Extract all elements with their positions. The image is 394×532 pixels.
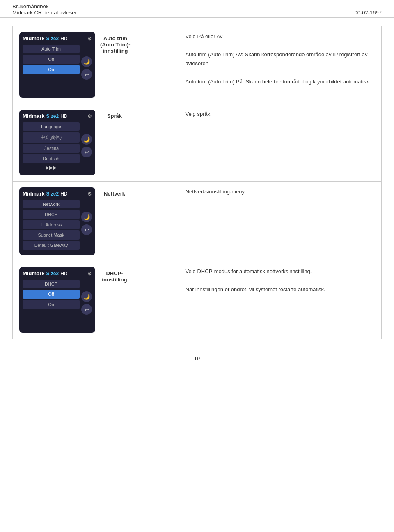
desc-cell-network: Nettverksinnstilling-meny [179, 182, 381, 261]
device-menu-title-language: Language [23, 122, 80, 131]
device-header-language: MidmarkSize2HD⚙ [23, 113, 92, 119]
device-settings-icon: ⚙ [87, 271, 92, 276]
device-screen-language: MidmarkSize2HD⚙Language中文(简体)ČeštinaDeut… [19, 110, 95, 175]
device-screen-dhcp: MidmarkSize2HD⚙DHCPOffOn🌙↩ [19, 267, 95, 333]
device-header-auto-trim: MidmarkSize2HD⚙ [23, 35, 92, 41]
device-menu-item[interactable]: IP Address [23, 220, 80, 229]
device-size: Size2 [46, 271, 59, 276]
page-number: 19 [194, 355, 200, 362]
device-hd: HD [60, 271, 67, 276]
device-header-dhcp: MidmarkSize2HD⚙ [23, 270, 92, 276]
screen-wrapper-dhcp: MidmarkSize2HD⚙DHCPOffOn🌙↩DHCP- innstill… [19, 267, 172, 333]
screen-cell-language: MidmarkSize2HD⚙Language中文(简体)ČeštinaDeut… [13, 104, 179, 182]
back-button[interactable]: ↩ [81, 147, 92, 157]
device-menu-title-dhcp: DHCP [23, 280, 80, 288]
doc-table: MidmarkSize2HD⚙Auto TrimOffOn🌙↩Auto trim… [12, 26, 382, 339]
back-button[interactable]: ↩ [81, 224, 92, 235]
device-size: Size2 [46, 191, 59, 197]
device-brand: Midmark [23, 35, 44, 41]
table-row: MidmarkSize2HD⚙NetworkDHCPIP AddressSubn… [13, 182, 382, 261]
desc-cell-language: Velg språk [179, 104, 381, 182]
device-menu-item[interactable]: Off [23, 55, 80, 64]
back-button[interactable]: ↩ [81, 304, 92, 315]
device-size: Size2 [46, 36, 59, 41]
page-header: Brukerhåndbok Midmark CR dental avleser … [0, 0, 394, 18]
device-menu-title-network: Network [23, 200, 80, 208]
device-menu-item[interactable]: Čeština [23, 144, 80, 153]
device-settings-icon: ⚙ [87, 113, 92, 119]
device-menu-item[interactable]: Deutsch [23, 154, 80, 163]
page-footer: 19 [0, 347, 394, 366]
moon-button[interactable]: 🌙 [81, 134, 92, 145]
table-row: MidmarkSize2HD⚙Language中文(简体)ČeštinaDeut… [13, 104, 382, 182]
moon-button[interactable]: 🌙 [81, 56, 92, 67]
screen-wrapper-network: MidmarkSize2HD⚙NetworkDHCPIP AddressSubn… [19, 187, 172, 255]
screen-label-auto-trim: Auto trim (Auto Trim)- innstilling [100, 32, 131, 54]
device-header-network: MidmarkSize2HD⚙ [23, 191, 92, 197]
device-menu-item[interactable]: On [23, 65, 80, 74]
screen-label-network: Nettverk [100, 187, 129, 197]
header-left: Brukerhåndbok Midmark CR dental avleser [12, 3, 77, 16]
screen-cell-auto-trim: MidmarkSize2HD⚙Auto TrimOffOn🌙↩Auto trim… [13, 26, 179, 104]
device-size: Size2 [46, 113, 59, 119]
screen-wrapper-language: MidmarkSize2HD⚙Language中文(简体)ČeštinaDeut… [19, 110, 172, 175]
device-menu-item[interactable]: Default Gateway [23, 241, 80, 250]
device-menu-item[interactable]: Off [23, 290, 80, 299]
header-subtitle: Midmark CR dental avleser [12, 9, 77, 16]
device-brand: Midmark [23, 270, 44, 276]
moon-button[interactable]: 🌙 [81, 291, 92, 302]
device-settings-icon: ⚙ [87, 36, 92, 41]
device-menu-item[interactable]: On [23, 300, 80, 309]
screen-label-language: Språk [100, 110, 129, 119]
table-row: MidmarkSize2HD⚙Auto TrimOffOn🌙↩Auto trim… [13, 26, 382, 104]
screen-cell-dhcp: MidmarkSize2HD⚙DHCPOffOn🌙↩DHCP- innstill… [13, 261, 179, 339]
device-hd: HD [60, 191, 67, 197]
device-screen-auto-trim: MidmarkSize2HD⚙Auto TrimOffOn🌙↩ [19, 32, 95, 98]
device-nav-arrows[interactable]: ▶▶▶ [23, 165, 80, 170]
device-menu-title-auto-trim: Auto Trim [23, 45, 80, 53]
device-settings-icon: ⚙ [87, 191, 92, 197]
device-hd: HD [60, 113, 67, 119]
screen-label-dhcp: DHCP- innstilling [100, 267, 129, 283]
desc-cell-auto-trim: Velg På eller Av Auto trim (Auto Trim) A… [179, 26, 381, 104]
moon-button[interactable]: 🌙 [81, 212, 92, 222]
main-content: MidmarkSize2HD⚙Auto TrimOffOn🌙↩Auto trim… [0, 18, 394, 347]
device-brand: Midmark [23, 191, 44, 197]
device-menu-item[interactable]: 中文(简体) [23, 132, 80, 143]
back-button[interactable]: ↩ [81, 69, 92, 80]
device-hd: HD [60, 36, 67, 41]
device-brand: Midmark [23, 113, 44, 119]
header-docnum: 00-02-1697 [355, 9, 382, 16]
device-menu-item[interactable]: Subnet Mask [23, 230, 80, 240]
header-title: Brukerhåndbok [12, 3, 77, 9]
screen-cell-network: MidmarkSize2HD⚙NetworkDHCPIP AddressSubn… [13, 182, 179, 261]
desc-cell-dhcp: Velg DHCP-modus for automatisk nettverks… [179, 261, 381, 339]
device-menu-item[interactable]: DHCP [23, 210, 80, 219]
screen-wrapper-auto-trim: MidmarkSize2HD⚙Auto TrimOffOn🌙↩Auto trim… [19, 32, 172, 98]
table-row: MidmarkSize2HD⚙DHCPOffOn🌙↩DHCP- innstill… [13, 261, 382, 339]
device-screen-network: MidmarkSize2HD⚙NetworkDHCPIP AddressSubn… [19, 187, 95, 255]
